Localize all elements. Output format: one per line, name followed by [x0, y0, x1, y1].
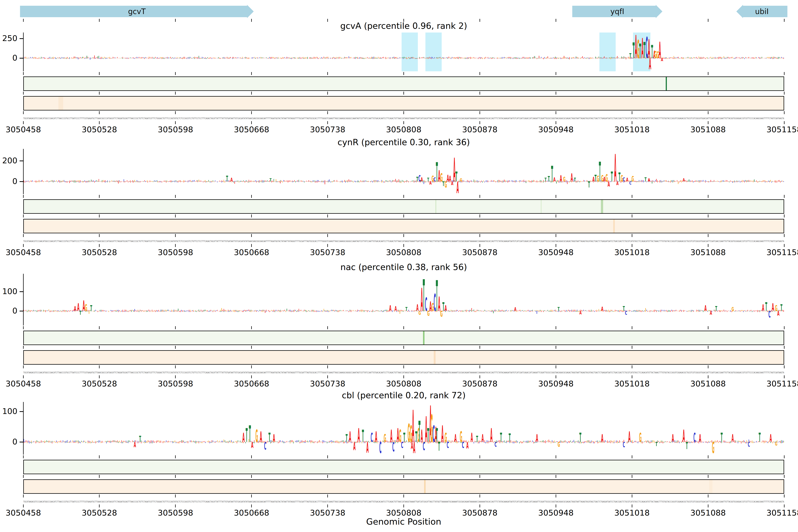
- svg-text:A: A: [389, 304, 392, 313]
- x-tick-mark: [327, 494, 328, 497]
- svg-text:A: A: [661, 57, 663, 62]
- svg-text:T: T: [403, 430, 405, 445]
- x-tick-label: 3051158: [762, 508, 798, 517]
- svg-text:G: G: [601, 173, 604, 183]
- y-tick-label: 200: [0, 156, 17, 165]
- svg-text:A: A: [641, 33, 644, 64]
- svg-text:T: T: [405, 306, 407, 312]
- svg-text:C: C: [423, 440, 425, 453]
- svg-text:T: T: [427, 176, 429, 182]
- x-tick-mark: [327, 234, 328, 237]
- x-tick-mark: [327, 195, 328, 198]
- x-tick-label: 3050528: [77, 508, 121, 517]
- x-tick-mark: [556, 455, 556, 458]
- svg-text:A: A: [635, 28, 637, 65]
- x-tick-mark: [23, 365, 24, 368]
- x-tick-mark: [784, 475, 784, 478]
- svg-text:C: C: [446, 440, 449, 450]
- x-tick-label: 3050458: [1, 508, 45, 517]
- svg-text:A: A: [251, 440, 253, 450]
- x-ticks-below-green: [0, 214, 798, 217]
- x-tick-mark: [99, 111, 99, 114]
- x-tick-mark: [784, 326, 784, 329]
- x-tick-label: 3050808: [382, 248, 426, 257]
- svg-text:G: G: [639, 430, 642, 445]
- svg-text:G: G: [399, 426, 401, 445]
- x-tick-mark: [327, 121, 328, 124]
- x-tick-mark: [708, 234, 708, 237]
- dna-sequence-text: TGCATAAGACGTCCCAACATGGCCCAACATCTTAACCCGT…: [23, 500, 784, 503]
- y-tick-mark: [20, 160, 23, 161]
- x-tick-mark: [784, 214, 784, 217]
- x-tick-mark: [708, 72, 708, 75]
- svg-text:G: G: [407, 419, 410, 448]
- svg-text:T: T: [436, 271, 438, 321]
- x-tick-mark: [784, 455, 784, 458]
- svg-text:T: T: [551, 162, 553, 186]
- x-tick-label: 3050878: [458, 508, 502, 517]
- x-tick-label: 3050948: [534, 248, 578, 257]
- y-tick-label: 100: [0, 287, 17, 296]
- strip-line: [434, 351, 436, 364]
- x-tick-mark: [556, 234, 556, 237]
- sequence-strip: TGCATAAGACGTCCCAACATGGCCCAACATCTTAACCCGT…: [23, 239, 784, 243]
- svg-text:A: A: [626, 176, 628, 182]
- svg-text:C: C: [748, 441, 750, 448]
- x-tick-mark: [327, 475, 328, 478]
- x-tick-mark: [632, 121, 632, 124]
- x-tick-label: 3050668: [229, 125, 274, 134]
- svg-text:G: G: [732, 306, 734, 312]
- svg-text:T: T: [438, 440, 440, 454]
- x-tick-mark: [23, 214, 24, 217]
- x-tick-mark: [403, 365, 404, 368]
- svg-text:A: A: [762, 302, 764, 313]
- x-axis-labels: 3050458305052830505983050668305073830508…: [0, 379, 798, 389]
- track-cynR: cynR (percentile 0.30, rank 36)TATTCATAG…: [0, 137, 798, 259]
- svg-text:A: A: [397, 424, 399, 446]
- svg-text:C: C: [623, 176, 625, 183]
- x-tick-mark: [403, 111, 404, 114]
- x-tick-mark: [632, 195, 632, 198]
- x-tick-label: 3051158: [762, 248, 798, 257]
- dna-sequence-text: TGCATAAGACGTCCCAACATGGCCCAACATCTTAACCCGT…: [23, 371, 784, 374]
- x-tick-mark: [175, 111, 176, 114]
- svg-text:T: T: [639, 40, 641, 62]
- x-tick-label: 3050598: [153, 248, 198, 257]
- x-axis-title: Genomic Position: [23, 516, 784, 527]
- svg-text:G: G: [657, 50, 659, 60]
- svg-text:C: C: [392, 439, 395, 454]
- svg-text:A: A: [429, 180, 432, 186]
- x-tick-mark: [403, 375, 404, 378]
- x-tick-mark: [23, 195, 24, 198]
- svg-text:C: C: [623, 440, 625, 449]
- x-tick-label: 3051088: [686, 125, 730, 134]
- x-tick-mark: [99, 326, 99, 329]
- x-tick-mark: [175, 195, 176, 198]
- svg-text:A: A: [672, 432, 674, 444]
- svg-text:T: T: [246, 424, 248, 446]
- svg-text:T: T: [765, 300, 767, 314]
- svg-text:A: A: [242, 430, 245, 445]
- x-tick-mark: [403, 72, 404, 75]
- y-tick-label: 0: [0, 53, 17, 62]
- x-tick-mark: [708, 494, 708, 497]
- x-tick-mark: [99, 244, 99, 247]
- x-tick-mark: [556, 72, 556, 75]
- x-tick-mark: [23, 326, 24, 329]
- x-ticks-below-orange: [0, 234, 798, 237]
- x-tick-mark: [479, 365, 480, 368]
- strip-line: [541, 200, 542, 213]
- svg-text:T: T: [415, 428, 417, 445]
- svg-text:T: T: [595, 173, 597, 184]
- x-tick-mark: [251, 326, 252, 329]
- y-tick-label: 100: [0, 406, 17, 416]
- svg-text:C: C: [694, 430, 696, 445]
- svg-text:A: A: [777, 310, 780, 317]
- x-tick-mark: [403, 234, 404, 237]
- x-tick-label: 3051158: [762, 125, 798, 134]
- svg-text:A: A: [438, 292, 440, 315]
- svg-text:A: A: [699, 432, 701, 444]
- x-tick-mark: [632, 72, 632, 75]
- x-tick-label: 3050808: [382, 379, 426, 388]
- svg-text:T: T: [346, 432, 348, 444]
